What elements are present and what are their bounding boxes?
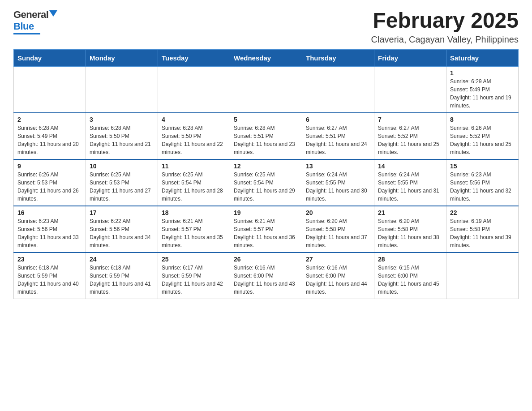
day-info: Sunrise: 6:20 AMSunset: 5:58 PMDaylight:…: [378, 217, 442, 249]
calendar-cell: 3Sunrise: 6:28 AMSunset: 5:50 PMDaylight…: [86, 113, 158, 159]
day-info: Sunrise: 6:27 AMSunset: 5:52 PMDaylight:…: [378, 124, 442, 156]
calendar-cell: 14Sunrise: 6:24 AMSunset: 5:55 PMDayligh…: [374, 159, 446, 206]
calendar-cell: 16Sunrise: 6:23 AMSunset: 5:56 PMDayligh…: [14, 206, 86, 253]
calendar-cell: 15Sunrise: 6:23 AMSunset: 5:56 PMDayligh…: [446, 159, 519, 206]
calendar-week-row: 16Sunrise: 6:23 AMSunset: 5:56 PMDayligh…: [14, 206, 519, 253]
day-number: 17: [90, 209, 154, 216]
day-info: Sunrise: 6:28 AMSunset: 5:50 PMDaylight:…: [162, 124, 226, 156]
calendar-week-row: 23Sunrise: 6:18 AMSunset: 5:59 PMDayligh…: [14, 253, 519, 299]
calendar-cell: 7Sunrise: 6:27 AMSunset: 5:52 PMDaylight…: [374, 113, 446, 159]
weekday-header-thursday: Thursday: [302, 49, 374, 66]
day-number: 11: [162, 163, 226, 170]
logo-general-text: General: [13, 9, 48, 21]
day-info: Sunrise: 6:21 AMSunset: 5:57 PMDaylight:…: [162, 217, 226, 249]
day-info: Sunrise: 6:25 AMSunset: 5:53 PMDaylight:…: [90, 171, 154, 203]
day-info: Sunrise: 6:28 AMSunset: 5:49 PMDaylight:…: [17, 124, 82, 156]
calendar-cell: 28Sunrise: 6:15 AMSunset: 6:00 PMDayligh…: [374, 253, 446, 299]
day-info: Sunrise: 6:26 AMSunset: 5:52 PMDaylight:…: [450, 124, 515, 156]
calendar-week-row: 2Sunrise: 6:28 AMSunset: 5:49 PMDaylight…: [14, 113, 519, 159]
day-info: Sunrise: 6:28 AMSunset: 5:51 PMDaylight:…: [234, 124, 298, 156]
day-number: 7: [378, 116, 442, 123]
calendar-cell: 24Sunrise: 6:18 AMSunset: 5:59 PMDayligh…: [86, 253, 158, 299]
day-info: Sunrise: 6:23 AMSunset: 5:56 PMDaylight:…: [450, 171, 515, 203]
day-info: Sunrise: 6:20 AMSunset: 5:58 PMDaylight:…: [306, 217, 370, 249]
day-number: 14: [378, 163, 442, 170]
weekday-header-sunday: Sunday: [14, 49, 86, 66]
title-section: February 2025 Claveria, Cagayan Valley, …: [371, 9, 519, 45]
day-number: 21: [378, 209, 442, 216]
day-info: Sunrise: 6:25 AMSunset: 5:54 PMDaylight:…: [234, 171, 298, 203]
day-number: 20: [306, 209, 370, 216]
calendar-table: SundayMondayTuesdayWednesdayThursdayFrid…: [13, 49, 519, 299]
day-number: 25: [162, 256, 226, 263]
weekday-header-friday: Friday: [374, 49, 446, 66]
day-number: 4: [162, 116, 226, 123]
calendar-cell: [86, 66, 158, 113]
calendar-cell: 18Sunrise: 6:21 AMSunset: 5:57 PMDayligh…: [158, 206, 230, 253]
day-number: 26: [234, 256, 298, 263]
day-number: 22: [450, 209, 515, 216]
calendar-cell: 23Sunrise: 6:18 AMSunset: 5:59 PMDayligh…: [14, 253, 86, 299]
calendar-cell: 19Sunrise: 6:21 AMSunset: 5:57 PMDayligh…: [230, 206, 302, 253]
calendar-cell: 1Sunrise: 6:29 AMSunset: 5:49 PMDaylight…: [446, 66, 519, 113]
day-info: Sunrise: 6:25 AMSunset: 5:54 PMDaylight:…: [162, 171, 226, 203]
day-info: Sunrise: 6:24 AMSunset: 5:55 PMDaylight:…: [306, 171, 370, 203]
calendar-cell: 8Sunrise: 6:26 AMSunset: 5:52 PMDaylight…: [446, 113, 519, 159]
calendar-cell: 4Sunrise: 6:28 AMSunset: 5:50 PMDaylight…: [158, 113, 230, 159]
day-number: 5: [234, 116, 298, 123]
calendar-week-row: 9Sunrise: 6:26 AMSunset: 5:53 PMDaylight…: [14, 159, 519, 206]
day-number: 19: [234, 209, 298, 216]
day-number: 13: [306, 163, 370, 170]
weekday-header-saturday: Saturday: [446, 49, 519, 66]
day-number: 8: [450, 116, 515, 123]
day-info: Sunrise: 6:17 AMSunset: 5:59 PMDaylight:…: [162, 264, 226, 296]
location-subtitle: Claveria, Cagayan Valley, Philippines: [371, 34, 519, 45]
calendar-cell: 5Sunrise: 6:28 AMSunset: 5:51 PMDaylight…: [230, 113, 302, 159]
day-number: 27: [306, 256, 370, 263]
day-number: 3: [90, 116, 154, 123]
day-info: Sunrise: 6:28 AMSunset: 5:50 PMDaylight:…: [90, 124, 154, 156]
page-header: General Blue February 2025 Claveria, Cag…: [13, 9, 519, 45]
day-number: 15: [450, 163, 515, 170]
calendar-cell: 22Sunrise: 6:19 AMSunset: 5:58 PMDayligh…: [446, 206, 519, 253]
day-number: 6: [306, 116, 370, 123]
day-info: Sunrise: 6:29 AMSunset: 5:49 PMDaylight:…: [450, 77, 515, 110]
calendar-cell: 2Sunrise: 6:28 AMSunset: 5:49 PMDaylight…: [14, 113, 86, 159]
calendar-cell: 20Sunrise: 6:20 AMSunset: 5:58 PMDayligh…: [302, 206, 374, 253]
weekday-header-tuesday: Tuesday: [158, 49, 230, 66]
day-number: 2: [17, 116, 82, 123]
day-info: Sunrise: 6:26 AMSunset: 5:53 PMDaylight:…: [17, 171, 82, 203]
day-number: 9: [17, 163, 82, 170]
calendar-week-row: 1Sunrise: 6:29 AMSunset: 5:49 PMDaylight…: [14, 66, 519, 113]
logo-blue-text: Blue: [13, 21, 34, 32]
month-title: February 2025: [371, 9, 519, 33]
calendar-cell: 13Sunrise: 6:24 AMSunset: 5:55 PMDayligh…: [302, 159, 374, 206]
day-info: Sunrise: 6:24 AMSunset: 5:55 PMDaylight:…: [378, 171, 442, 203]
calendar-cell: 9Sunrise: 6:26 AMSunset: 5:53 PMDaylight…: [14, 159, 86, 206]
day-number: 1: [450, 69, 515, 77]
day-number: 18: [162, 209, 226, 216]
day-info: Sunrise: 6:23 AMSunset: 5:56 PMDaylight:…: [17, 217, 82, 249]
day-number: 10: [90, 163, 154, 170]
day-number: 28: [378, 256, 442, 263]
calendar-cell: [374, 66, 446, 113]
calendar-cell: 27Sunrise: 6:16 AMSunset: 6:00 PMDayligh…: [302, 253, 374, 299]
calendar-cell: 17Sunrise: 6:22 AMSunset: 5:56 PMDayligh…: [86, 206, 158, 253]
calendar-cell: 12Sunrise: 6:25 AMSunset: 5:54 PMDayligh…: [230, 159, 302, 206]
day-info: Sunrise: 6:27 AMSunset: 5:51 PMDaylight:…: [306, 124, 370, 156]
day-info: Sunrise: 6:22 AMSunset: 5:56 PMDaylight:…: [90, 217, 154, 249]
calendar-cell: 25Sunrise: 6:17 AMSunset: 5:59 PMDayligh…: [158, 253, 230, 299]
calendar-cell: [14, 66, 86, 113]
day-info: Sunrise: 6:15 AMSunset: 6:00 PMDaylight:…: [378, 264, 442, 296]
calendar-cell: 11Sunrise: 6:25 AMSunset: 5:54 PMDayligh…: [158, 159, 230, 206]
logo: General Blue: [13, 9, 57, 34]
day-info: Sunrise: 6:21 AMSunset: 5:57 PMDaylight:…: [234, 217, 298, 249]
calendar-cell: 6Sunrise: 6:27 AMSunset: 5:51 PMDaylight…: [302, 113, 374, 159]
weekday-header-wednesday: Wednesday: [230, 49, 302, 66]
weekday-header-monday: Monday: [86, 49, 158, 66]
calendar-cell: 10Sunrise: 6:25 AMSunset: 5:53 PMDayligh…: [86, 159, 158, 206]
calendar-cell: [302, 66, 374, 113]
calendar-cell: [158, 66, 230, 113]
day-number: 24: [90, 256, 154, 263]
calendar-cell: 26Sunrise: 6:16 AMSunset: 6:00 PMDayligh…: [230, 253, 302, 299]
